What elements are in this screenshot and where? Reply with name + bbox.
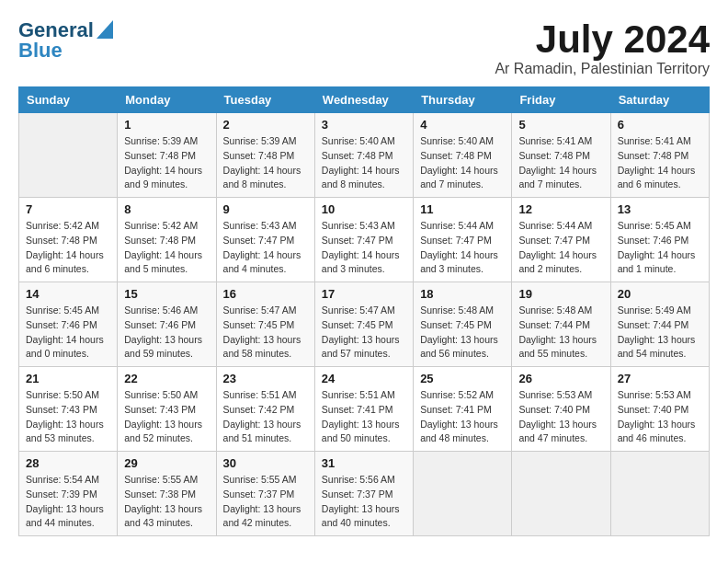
calendar-cell: 10Sunrise: 5:43 AMSunset: 7:47 PMDayligh… [314,198,413,282]
calendar-week-5: 28Sunrise: 5:54 AMSunset: 7:39 PMDayligh… [19,452,710,536]
calendar-cell: 11Sunrise: 5:44 AMSunset: 7:47 PMDayligh… [414,198,512,282]
weekday-header-thursday: Thursday [414,87,512,113]
day-number: 15 [124,287,209,301]
day-number: 27 [618,372,702,385]
calendar-cell [512,452,610,536]
calendar-cell: 3Sunrise: 5:40 AMSunset: 7:48 PMDaylight… [314,113,413,198]
day-info: Sunrise: 5:39 AMSunset: 7:48 PMDaylight:… [124,134,209,192]
calendar-cell: 24Sunrise: 5:51 AMSunset: 7:41 PMDayligh… [314,367,413,452]
calendar-cell: 13Sunrise: 5:45 AMSunset: 7:46 PMDayligh… [610,198,709,282]
day-number: 13 [618,202,702,216]
day-number: 29 [124,456,209,470]
day-info: Sunrise: 5:51 AMSunset: 7:41 PMDaylight:… [322,388,406,446]
day-number: 4 [420,118,505,132]
calendar-cell: 6Sunrise: 5:41 AMSunset: 7:48 PMDaylight… [610,113,709,198]
calendar-cell: 15Sunrise: 5:46 AMSunset: 7:46 PMDayligh… [118,282,216,367]
calendar-cell: 29Sunrise: 5:55 AMSunset: 7:38 PMDayligh… [118,452,216,536]
weekday-header-sunday: Sunday [19,87,118,113]
calendar-cell: 23Sunrise: 5:51 AMSunset: 7:42 PMDayligh… [216,367,314,452]
day-info: Sunrise: 5:44 AMSunset: 7:47 PMDaylight:… [420,219,505,277]
day-number: 11 [420,202,505,216]
calendar-cell: 16Sunrise: 5:47 AMSunset: 7:45 PMDayligh… [216,282,314,367]
day-info: Sunrise: 5:52 AMSunset: 7:41 PMDaylight:… [420,388,505,446]
day-number: 16 [223,287,308,301]
day-info: Sunrise: 5:47 AMSunset: 7:45 PMDaylight:… [223,304,308,362]
day-number: 7 [26,202,110,216]
logo-blue-text: Blue [18,39,63,63]
day-info: Sunrise: 5:48 AMSunset: 7:44 PMDaylight:… [518,304,603,362]
day-number: 23 [223,372,308,385]
day-info: Sunrise: 5:49 AMSunset: 7:44 PMDaylight:… [618,304,702,362]
day-info: Sunrise: 5:50 AMSunset: 7:43 PMDaylight:… [26,388,110,446]
day-info: Sunrise: 5:56 AMSunset: 7:37 PMDaylight:… [322,473,406,531]
calendar-cell: 27Sunrise: 5:53 AMSunset: 7:40 PMDayligh… [610,367,709,452]
day-number: 19 [518,287,603,301]
day-number: 8 [124,202,209,216]
calendar-cell: 19Sunrise: 5:48 AMSunset: 7:44 PMDayligh… [512,282,610,367]
day-number: 6 [618,118,702,132]
calendar-cell: 30Sunrise: 5:55 AMSunset: 7:37 PMDayligh… [216,452,314,536]
calendar-cell: 8Sunrise: 5:42 AMSunset: 7:48 PMDaylight… [118,198,216,282]
day-number: 20 [618,287,702,301]
day-info: Sunrise: 5:41 AMSunset: 7:48 PMDaylight:… [618,134,702,192]
day-number: 12 [518,202,603,216]
calendar-cell: 18Sunrise: 5:48 AMSunset: 7:45 PMDayligh… [414,282,512,367]
day-info: Sunrise: 5:46 AMSunset: 7:46 PMDaylight:… [124,304,209,362]
day-info: Sunrise: 5:55 AMSunset: 7:38 PMDaylight:… [124,473,209,531]
calendar-cell [610,452,709,536]
calendar-cell: 9Sunrise: 5:43 AMSunset: 7:47 PMDaylight… [216,198,314,282]
calendar-cell: 14Sunrise: 5:45 AMSunset: 7:46 PMDayligh… [19,282,118,367]
page-header: General Blue July 2024 Ar Ramadin, Pales… [18,18,710,77]
calendar-cell: 21Sunrise: 5:50 AMSunset: 7:43 PMDayligh… [19,367,118,452]
day-info: Sunrise: 5:53 AMSunset: 7:40 PMDaylight:… [618,388,702,446]
calendar-cell: 25Sunrise: 5:52 AMSunset: 7:41 PMDayligh… [414,367,512,452]
day-info: Sunrise: 5:50 AMSunset: 7:43 PMDaylight:… [124,388,209,446]
calendar-body: 1Sunrise: 5:39 AMSunset: 7:48 PMDaylight… [19,113,710,536]
calendar-cell: 26Sunrise: 5:53 AMSunset: 7:40 PMDayligh… [512,367,610,452]
calendar-table: SundayMondayTuesdayWednesdayThursdayFrid… [18,86,710,536]
day-number: 25 [420,372,505,385]
day-info: Sunrise: 5:45 AMSunset: 7:46 PMDaylight:… [26,304,110,362]
day-info: Sunrise: 5:45 AMSunset: 7:46 PMDaylight:… [618,219,702,277]
day-info: Sunrise: 5:54 AMSunset: 7:39 PMDaylight:… [26,473,110,531]
day-info: Sunrise: 5:42 AMSunset: 7:48 PMDaylight:… [124,219,209,277]
calendar-header-row: SundayMondayTuesdayWednesdayThursdayFrid… [19,87,710,113]
location-text: Ar Ramadin, Palestinian Territory [495,61,710,77]
calendar-cell: 2Sunrise: 5:39 AMSunset: 7:48 PMDaylight… [216,113,314,198]
day-number: 26 [518,372,603,385]
day-info: Sunrise: 5:39 AMSunset: 7:48 PMDaylight:… [223,134,308,192]
logo: General Blue [18,18,113,63]
day-info: Sunrise: 5:42 AMSunset: 7:48 PMDaylight:… [26,219,110,277]
day-number: 21 [26,372,110,385]
calendar-week-4: 21Sunrise: 5:50 AMSunset: 7:43 PMDayligh… [19,367,710,452]
day-number: 31 [322,456,406,470]
weekday-header-friday: Friday [512,87,610,113]
day-info: Sunrise: 5:48 AMSunset: 7:45 PMDaylight:… [420,304,505,362]
logo-icon [97,20,113,42]
calendar-cell: 12Sunrise: 5:44 AMSunset: 7:47 PMDayligh… [512,198,610,282]
day-number: 22 [124,372,209,385]
day-info: Sunrise: 5:55 AMSunset: 7:37 PMDaylight:… [223,473,308,531]
calendar-cell: 5Sunrise: 5:41 AMSunset: 7:48 PMDaylight… [512,113,610,198]
weekday-header-tuesday: Tuesday [216,87,314,113]
calendar-cell: 17Sunrise: 5:47 AMSunset: 7:45 PMDayligh… [314,282,413,367]
calendar-week-3: 14Sunrise: 5:45 AMSunset: 7:46 PMDayligh… [19,282,710,367]
calendar-cell: 7Sunrise: 5:42 AMSunset: 7:48 PMDaylight… [19,198,118,282]
day-number: 5 [518,118,603,132]
calendar-cell [414,452,512,536]
calendar-cell: 22Sunrise: 5:50 AMSunset: 7:43 PMDayligh… [118,367,216,452]
day-number: 10 [322,202,406,216]
day-number: 18 [420,287,505,301]
day-number: 17 [322,287,406,301]
calendar-cell [19,113,118,198]
svg-marker-0 [97,20,113,39]
day-info: Sunrise: 5:40 AMSunset: 7:48 PMDaylight:… [420,134,505,192]
day-number: 2 [223,118,308,132]
day-number: 9 [223,202,308,216]
calendar-week-2: 7Sunrise: 5:42 AMSunset: 7:48 PMDaylight… [19,198,710,282]
day-info: Sunrise: 5:41 AMSunset: 7:48 PMDaylight:… [518,134,603,192]
calendar-cell: 20Sunrise: 5:49 AMSunset: 7:44 PMDayligh… [610,282,709,367]
day-info: Sunrise: 5:44 AMSunset: 7:47 PMDaylight:… [518,219,603,277]
weekday-header-monday: Monday [118,87,216,113]
day-info: Sunrise: 5:51 AMSunset: 7:42 PMDaylight:… [223,388,308,446]
